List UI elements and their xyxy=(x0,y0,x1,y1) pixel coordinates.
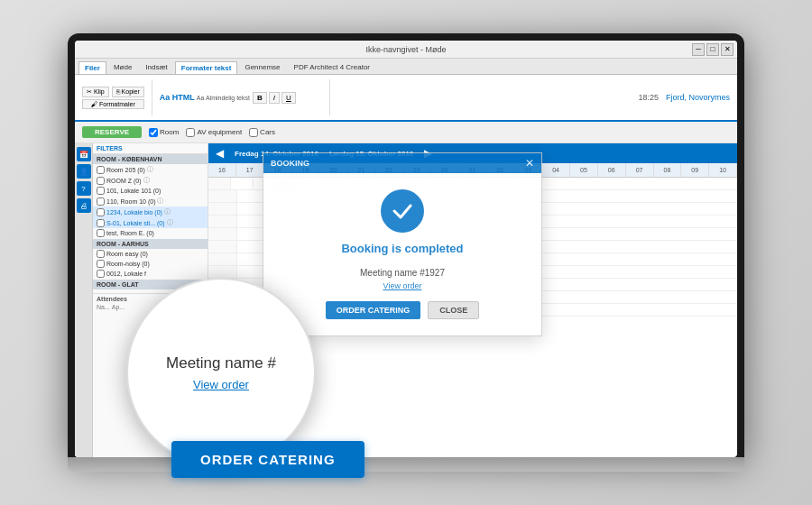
order-catering-button[interactable]: ORDER CATERING xyxy=(171,441,364,478)
ribbon-right: 18:25 Fjord, Novorymes xyxy=(638,93,730,102)
ribbon-tabs: Filer Møde Indsæt Formater tekst Gennems… xyxy=(75,59,737,75)
time-cell: 16 xyxy=(208,163,236,177)
zoom-view-order-link[interactable]: View order xyxy=(193,378,249,391)
dialog-x-button[interactable]: ✕ xyxy=(525,157,534,170)
list-item[interactable]: S-01, Lokale sti... (0) ⓘ xyxy=(93,217,208,228)
dialog-titlebar: BOOKING ✕ xyxy=(263,153,541,173)
list-item[interactable]: Room 205 (0) ⓘ xyxy=(93,164,208,175)
title-bar: Ikke-navngivet - Møde ─ □ ✕ xyxy=(75,41,737,59)
laptop-base xyxy=(68,457,744,472)
ribbon-font-group: Aa HTML Aa Almindelig tekst B I U xyxy=(160,92,322,104)
zoom-meeting-name: Meeting name # xyxy=(166,354,276,372)
room-checkbox-label[interactable]: Room xyxy=(149,128,179,137)
list-item[interactable]: 101, Lokale 101 (0) xyxy=(93,186,208,196)
minimize-button[interactable]: ─ xyxy=(692,43,705,56)
list-item[interactable]: Room easy (0) xyxy=(93,249,208,259)
list-item[interactable]: Room-noisy (0) xyxy=(93,259,208,269)
av-checkbox[interactable] xyxy=(186,128,195,137)
sidebar-icon-strip: 📅 👤 ? 🖨 xyxy=(75,143,93,457)
klip-button[interactable]: ✂ Klip xyxy=(82,87,109,97)
tab-pdf[interactable]: PDF Architect 4 Creator xyxy=(288,60,376,74)
section-aarhus: ROOM - AARHUS xyxy=(93,239,208,249)
section-kobenhavn: ROOM - KØBENHAVN xyxy=(93,154,208,164)
bold-button[interactable]: B xyxy=(253,92,267,104)
list-item[interactable]: 110, Room 10 (0) ⓘ xyxy=(93,196,208,207)
filters-label: FILTERS xyxy=(93,143,208,154)
sidebar-icon-print[interactable]: 🖨 xyxy=(77,198,91,213)
close-dialog-button[interactable]: CLOSE xyxy=(428,301,479,319)
reserve-button[interactable]: RESERVE xyxy=(82,126,142,138)
time-cell: 10 xyxy=(709,163,737,177)
formatmaler-button[interactable]: 🖌 Formatmaler xyxy=(82,99,144,109)
tab-mede[interactable]: Møde xyxy=(107,60,138,74)
time-cell: 07 xyxy=(626,163,654,177)
dialog-actions: ORDER CATERING CLOSE xyxy=(280,301,525,319)
cars-checkbox-label[interactable]: Cars xyxy=(249,128,275,137)
zoom-circle-popup: Meeting name # View order xyxy=(126,278,316,467)
tab-formater[interactable]: Formater tekst xyxy=(175,61,238,74)
maximize-button[interactable]: □ xyxy=(706,43,719,56)
cal-prev[interactable]: ◀ xyxy=(216,147,224,160)
time-cell: 09 xyxy=(681,163,709,177)
booking-dialog-background: BOOKING ✕ Booking is completed xyxy=(263,152,542,336)
window-title: Ikke-navngivet - Møde xyxy=(365,45,446,54)
ribbon-content: ✂ Klip ⎘ Kopier 🖌 Formatmaler Aa HTML Aa… xyxy=(75,75,737,122)
time-display: 18:25 xyxy=(638,93,659,102)
view-order-link-bg[interactable]: View order xyxy=(280,281,525,290)
list-item[interactable]: test, Room E. (0) xyxy=(93,228,208,238)
meeting-name-bg: Meeting name #1927 xyxy=(280,268,525,278)
underline-button[interactable]: U xyxy=(281,92,296,104)
time-cell: 17 xyxy=(236,163,264,177)
time-cell: 08 xyxy=(654,163,682,177)
order-catering-container: ORDER CATERING xyxy=(171,441,364,478)
user-display: Fjord, Novorymes xyxy=(666,93,730,102)
sidebar-icon-calendar[interactable]: 📅 xyxy=(77,147,91,161)
tab-indsaet[interactable]: Indsæt xyxy=(139,60,173,74)
reserve-toolbar: RESERVE Room AV equipment Cars xyxy=(75,122,737,143)
sidebar-icon-person[interactable]: 👤 xyxy=(77,164,91,179)
time-cell: 04 xyxy=(542,163,570,177)
ribbon-divider-2 xyxy=(329,79,330,115)
order-catering-inline-button[interactable]: ORDER CATERING xyxy=(326,301,420,319)
checkmark-circle xyxy=(381,189,424,233)
room-checkbox[interactable] xyxy=(149,128,158,137)
list-item[interactable]: 0012, Lokale f xyxy=(93,269,208,279)
close-window-button[interactable]: ✕ xyxy=(721,43,734,56)
dialog-body: Booking is completed Meeting name #1927 … xyxy=(263,173,541,335)
ribbon-divider-1 xyxy=(152,79,152,115)
tab-gennemse[interactable]: Gennemse xyxy=(238,60,286,74)
time-cell: 06 xyxy=(598,163,626,177)
cars-checkbox[interactable] xyxy=(249,128,258,137)
ribbon-clipboard-group: ✂ Klip ⎘ Kopier 🖌 Formatmaler xyxy=(82,87,144,109)
aa-html-label: Aa HTML xyxy=(160,93,195,102)
time-cell: 05 xyxy=(570,163,598,177)
aa-normal-label: Aa Almindelig tekst xyxy=(197,95,250,101)
av-checkbox-label[interactable]: AV equipment xyxy=(186,128,242,137)
tab-filer[interactable]: Filer xyxy=(78,61,106,74)
booking-completed-text: Booking is completed xyxy=(280,242,525,255)
sidebar-icon-help[interactable]: ? xyxy=(77,181,91,196)
italic-button[interactable]: I xyxy=(269,92,280,104)
kopier-button[interactable]: ⎘ Kopier xyxy=(112,87,144,97)
list-item[interactable]: ROOM Z (0) ⓘ xyxy=(93,175,208,186)
list-item[interactable]: 1234, Lokale bio (0) ⓘ xyxy=(93,207,208,217)
dialog-title: BOOKING xyxy=(271,159,309,168)
